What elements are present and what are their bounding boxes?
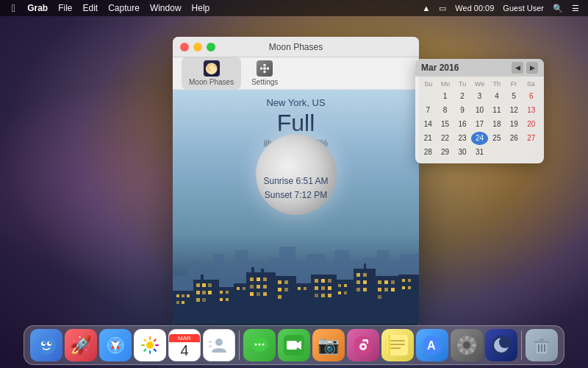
calendar-day-20[interactable]: 20 (523, 118, 539, 131)
calendar-day-2[interactable]: 2 (454, 90, 470, 103)
calendar-day-15[interactable]: 15 (437, 118, 453, 131)
calendar-prev-button[interactable]: ◀ (512, 62, 523, 74)
calendar-day-9[interactable]: 9 (454, 104, 470, 117)
svg-rect-59 (261, 269, 264, 275)
moon-phases-window: Moon Phases 🌕 Moon Phases Settings New (173, 37, 419, 328)
calendar-day-8[interactable]: 8 (437, 104, 453, 117)
dock-background: 🚀 MAR 4 (24, 325, 564, 365)
dock-icon-messages[interactable] (243, 329, 276, 361)
calendar-day-21[interactable]: 21 (420, 132, 436, 145)
menu-edit[interactable]: Edit (78, 0, 102, 16)
dock-icon-system-preferences[interactable] (451, 329, 483, 361)
calendar-day-19[interactable]: 19 (506, 118, 522, 131)
tab-settings[interactable]: Settings (244, 57, 285, 89)
user-name[interactable]: Guest User (500, 4, 547, 13)
svg-rect-31 (196, 283, 200, 287)
dock-icon-itunes[interactable] (347, 329, 379, 361)
dock-icon-contacts[interactable] (203, 329, 235, 361)
calendar-day-24[interactable]: 24 (471, 132, 487, 145)
menu-bar-right: ▲ ▭ Wed 00:09 Guest User 🔍 ☰ (419, 4, 588, 13)
svg-point-134 (259, 344, 261, 346)
dock-icon-launchpad[interactable]: 🚀 (65, 329, 97, 361)
menu-bar-left:  Grab File Edit Capture Window Help (0, 0, 214, 16)
window-minimize-button[interactable] (193, 43, 202, 52)
svg-rect-43 (220, 298, 223, 301)
dock-icon-iphoto[interactable]: 📷 (312, 329, 345, 361)
calendar-day-12[interactable]: 12 (506, 104, 522, 117)
calendar-day-31[interactable]: 31 (471, 146, 487, 159)
dock-icon-safari[interactable] (99, 329, 132, 361)
calendar-day-17[interactable]: 17 (471, 118, 487, 131)
dock-icon-moon-phases[interactable] (485, 329, 517, 361)
svg-rect-94 (378, 280, 381, 284)
search-icon[interactable]: 🔍 (550, 4, 566, 13)
svg-rect-36 (208, 291, 212, 294)
calendar-day-28[interactable]: 28 (420, 146, 436, 159)
svg-rect-34 (196, 291, 200, 294)
window-close-button[interactable] (180, 43, 189, 52)
calendar-day-4[interactable]: 4 (489, 90, 505, 103)
menu-bar:  Grab File Edit Capture Window Help ▲ ▭… (0, 0, 588, 16)
dock-icon-finder[interactable] (30, 329, 62, 361)
menu-file[interactable]: File (54, 0, 76, 16)
calendar-day-23[interactable]: 23 (454, 132, 470, 145)
calendar-day-5[interactable]: 5 (506, 90, 522, 103)
svg-rect-82 (344, 284, 347, 287)
svg-rect-41 (220, 291, 223, 294)
calendar-day-25[interactable]: 25 (489, 132, 505, 145)
svg-rect-29 (182, 301, 184, 304)
svg-rect-95 (384, 280, 388, 284)
calendar-day-30[interactable]: 30 (454, 146, 470, 159)
battery-icon: ▭ (436, 4, 449, 13)
datetime-display: Wed 00:09 (452, 4, 497, 13)
svg-rect-79 (328, 294, 331, 297)
svg-rect-87 (363, 273, 367, 277)
svg-rect-166 (539, 339, 544, 342)
dock-icon-facetime[interactable] (278, 329, 310, 361)
calendar-day-13[interactable]: 13 (523, 104, 539, 117)
window-maximize-button[interactable] (207, 43, 215, 52)
svg-rect-123 (149, 350, 151, 354)
svg-rect-102 (402, 279, 405, 282)
dock-separator-2 (521, 330, 522, 360)
tab-moon-phases[interactable]: 🌕 Moon Phases (182, 57, 241, 89)
menu-app-name[interactable]: Grab (23, 0, 52, 16)
calendar-day-11[interactable]: 11 (489, 104, 505, 117)
menu-window[interactable]: Window (146, 0, 186, 16)
svg-rect-99 (391, 288, 395, 291)
calendar-day-27[interactable]: 27 (523, 132, 539, 145)
calendar-day-1[interactable]: 1 (437, 90, 453, 103)
weekday-tue: Tu (454, 79, 471, 88)
dock-icon-photos[interactable] (134, 329, 166, 361)
svg-rect-55 (250, 292, 254, 296)
dock-icon-notes[interactable] (381, 329, 414, 361)
svg-rect-51 (263, 277, 267, 281)
dock-icon-trash[interactable] (526, 329, 558, 361)
calendar-day-18[interactable]: 18 (489, 118, 505, 131)
calendar-day-22[interactable]: 22 (437, 132, 453, 145)
svg-rect-60 (256, 298, 262, 308)
svg-rect-143 (367, 341, 368, 344)
svg-point-128 (215, 339, 223, 346)
calendar-next-button[interactable]: ▶ (526, 62, 538, 74)
calendar-month-label: Mar 2016 (421, 63, 459, 73)
dock-icon-calendar[interactable]: MAR 4 (168, 329, 201, 361)
menu-help[interactable]: Help (187, 0, 215, 16)
svg-rect-104 (402, 286, 405, 289)
calendar-day-10[interactable]: 10 (471, 104, 487, 117)
calendar-day-26[interactable]: 26 (506, 132, 522, 145)
svg-rect-33 (208, 283, 212, 287)
dock-icon-appstore[interactable]: A (416, 329, 448, 361)
apple-menu[interactable]:  (6, 0, 21, 16)
menu-capture[interactable]: Capture (104, 0, 144, 16)
calendar-day-16[interactable]: 16 (454, 118, 470, 131)
menu-icon[interactable]: ☰ (569, 4, 582, 13)
window-titlebar: Moon Phases (173, 37, 419, 57)
calendar-day-6[interactable]: 6 (523, 90, 539, 103)
svg-rect-50 (257, 277, 260, 281)
svg-rect-103 (408, 279, 411, 282)
calendar-day-29[interactable]: 29 (437, 146, 453, 159)
calendar-day-14[interactable]: 14 (420, 118, 436, 131)
calendar-day-7[interactable]: 7 (420, 104, 436, 117)
calendar-day-3[interactable]: 3 (471, 90, 487, 103)
